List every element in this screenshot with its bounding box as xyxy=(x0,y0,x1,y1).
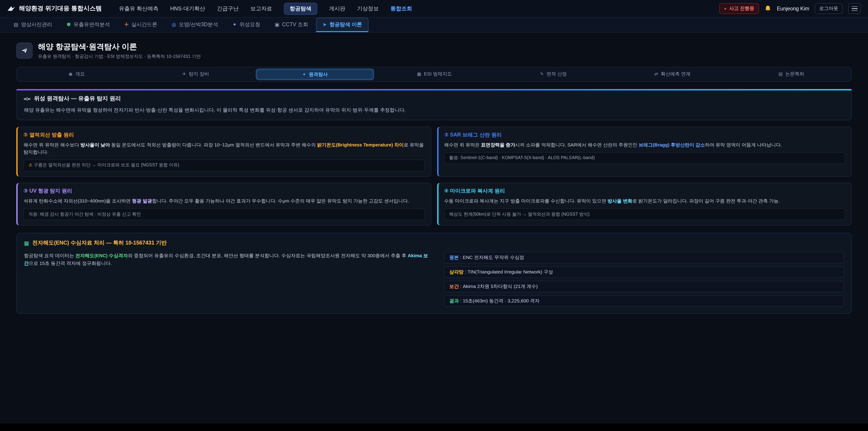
pill-label: 면적 산정 xyxy=(547,71,567,77)
tab-label: 실시간드론 xyxy=(131,21,157,28)
enc-row-text: : 15초(463m) 등간격 · 3,225,600 격자 xyxy=(459,298,539,303)
card-title: ④ 마이크로파 복사계 원리 xyxy=(444,188,845,194)
enc-process-list: 원본 : ENC 전자해도 무작위 수심점 삼각망 : TIN(Triangul… xyxy=(444,252,844,307)
enc-row-label: 결과 xyxy=(450,298,459,303)
bottom-black-strip xyxy=(0,423,868,431)
card-sar-bragg: ② SAR 브래그 산란 원리 해수면 위 유막은 표면장력을 증가시켜 소파를… xyxy=(437,126,852,177)
pill-label: 논문특허 xyxy=(785,71,804,77)
principle-cards-grid: ① 열적외선 방출 원리 해수면 위 유막은 해수보다 방사율이 낮아 동일 온… xyxy=(16,126,852,225)
document-icon: ▤ xyxy=(778,71,782,76)
card-body: 석유계 탄화수소에 자외선(310~400nm)을 조사하면 형광 발광합니다.… xyxy=(24,197,425,205)
tab-satellite-request[interactable]: ✦ 위성요청 xyxy=(226,18,267,32)
tab-realtime-drone[interactable]: ✛ 실시간드론 xyxy=(118,18,163,32)
enc-row-text: : ENC 전자해도 무작위 수심점 xyxy=(459,254,524,260)
pill-label: 확산예측 연계 xyxy=(661,71,690,77)
tab-image-photo-mgmt[interactable]: ▤ 영상사진관리 xyxy=(7,18,59,32)
card-note: 적용: 해경 감시 항공기 야간 탐색 · 비정상 유출 신고 확인 xyxy=(24,208,425,220)
pill-diffusion-link[interactable]: ⇄ 확산예측 연계 xyxy=(614,69,731,79)
remote-sensing-intro-panel: 위성 원격탐사 — 유출유 탐지 원리 해양 유출유는 해수면에 유막을 형성하… xyxy=(16,89,852,120)
page-header: 해양 항공탐색·원격탐사 이론 유출유 원격탐지 · 항공감시 기법 · ESI… xyxy=(16,41,852,60)
menu-item-integrated-search[interactable]: 통합조회 xyxy=(391,5,412,12)
card-body: 수동 마이크로파 복사계는 지구 방출 마이크로파를 수신합니다. 유막이 있으… xyxy=(444,197,845,205)
card-title: ① 열적외선 방출 원리 xyxy=(24,131,425,138)
enc-row-text: : TIN(Triangulated Irregular Network) 구성 xyxy=(464,269,553,274)
card-note: 해상도 한계(50km)로 단독 사용 불가 → 열적외선과 융합 (NGSST… xyxy=(444,208,845,220)
nav-right-cluster: ● 사고 진행중 Eunjeong Kim 로그아웃 xyxy=(719,3,861,14)
app-root: 해양환경 위기대응 통합시스템 유출유 확산예측 HNS·대기확산 긴급구난 보… xyxy=(0,0,868,431)
cctv-icon: ▣ xyxy=(275,22,279,27)
enc-row-text: : Akima 2차원 5차다항식 (21개 계수) xyxy=(459,283,538,289)
menu-item-emergency-rescue[interactable]: 긴급구난 xyxy=(217,5,239,12)
section-pill-nav: ◉ 개요 ✈ 탐지 장비 ✦ 원격탐사 ▦ ESI 방제지도 ✎ 면적 산정 ⇄… xyxy=(16,67,852,82)
card-uv-fluorescence: ③ UV 형광 탐지 원리 석유계 탄화수소에 자외선(310~400nm)을 … xyxy=(16,183,431,225)
enc-row-source: 원본 : ENC 전자해도 무작위 수심점 xyxy=(444,252,844,264)
card-title: ③ UV 형광 탐지 원리 xyxy=(24,188,425,194)
drone-icon: ✛ xyxy=(124,22,128,27)
pill-label: 탐지 장비 xyxy=(189,71,209,77)
card-body: 해수면 위 유막은 해수보다 방사율이 낮아 동일 온도에서도 적외선 방출량이… xyxy=(24,141,425,156)
menu-item-board[interactable]: 게시판 xyxy=(329,5,345,12)
page-title: 해양 항공탐색·원격탐사 이론 xyxy=(38,41,201,52)
incident-status-label: 사고 진행중 xyxy=(729,5,754,12)
card-body: 해수면 위 유막은 표면장력을 증가시켜 소파를 억제합니다. SAR에서 해수… xyxy=(444,141,845,149)
pill-label: ESI 방제지도 xyxy=(424,71,452,77)
user-name: Eunjeong Kim xyxy=(777,6,809,11)
eye-icon: ◉ xyxy=(68,71,72,76)
card-title: ② SAR 브래그 산란 원리 xyxy=(444,131,845,138)
top-navigation: 해양환경 위기대응 통합시스템 유출유 확산예측 HNS·대기확산 긴급구난 보… xyxy=(0,0,868,18)
menu-item-weather[interactable]: 기상정보 xyxy=(357,5,379,12)
tab-label: CCTV 조회 xyxy=(282,21,308,28)
images-icon: ▤ xyxy=(13,22,18,27)
tab-cctv-view[interactable]: ▣ CCTV 조회 xyxy=(268,18,314,32)
enc-row-label: 원본 xyxy=(450,254,459,260)
brand-title: 해양환경 위기대응 통합시스템 xyxy=(19,4,102,13)
enc-row-result: 결과 : 15초(463m) 등간격 · 3,225,600 격자 xyxy=(444,295,844,307)
tab-label: 항공탐색 이론 xyxy=(329,21,362,28)
pill-esi-map[interactable]: ▦ ESI 방제지도 xyxy=(376,69,493,79)
enc-content: 항공탐색 표적 데이터는 전자해도(ENC) 수심격자와 중첩되어 유출유의 수… xyxy=(24,252,844,307)
pill-detection-equipment[interactable]: ✈ 탐지 장비 xyxy=(137,69,254,79)
satellite-icon: ✦ xyxy=(302,72,306,77)
enc-row-interpolation: 보간 : Akima 2차원 5차다항식 (21개 계수) xyxy=(444,281,844,293)
pill-label: 개요 xyxy=(75,71,85,77)
enc-title: 전자해도(ENC) 수심자료 처리 — 특허 10-1567431 기반 xyxy=(32,239,167,247)
main-content: 해양 항공탐색·원격탐사 이론 유출유 원격탐지 · 항공감시 기법 · ESI… xyxy=(0,41,868,327)
enc-description: 항공탐색 표적 데이터는 전자해도(ENC) 수심격자와 중첩되어 유출유의 수… xyxy=(24,252,432,267)
pill-area-calculation[interactable]: ✎ 면적 산정 xyxy=(495,69,612,79)
incident-status-badge: ● 사고 진행중 xyxy=(719,3,759,14)
card-thermal-infrared: ① 열적외선 방출 원리 해수면 위 유막은 해수보다 방사율이 낮아 동일 온… xyxy=(16,126,431,177)
menu-item-spill-prediction[interactable]: 유출유 확산예측 xyxy=(119,5,158,12)
pill-remote-sensing[interactable]: ✦ 원격탐사 xyxy=(256,69,374,80)
logout-button[interactable]: 로그아웃 xyxy=(815,3,843,14)
satellite-icon: ✦ xyxy=(232,22,237,27)
menu-item-aerial-search[interactable]: 항공탐색 xyxy=(284,2,317,15)
intro-description: 해양 유출유는 해수면에 유막을 형성하여 전자기파 반사·방출·산란 특성을 … xyxy=(24,106,844,114)
tab-pollution-ship-3d[interactable]: ◎ 오염/선박3D분석 xyxy=(165,18,224,32)
enc-row-label: 삼각망 xyxy=(450,269,464,274)
sub-tabbar: ▤ 영상사진관리 ✽ 유출유면적분석 ✛ 실시간드론 ◎ 오염/선박3D분석 ✦… xyxy=(0,18,868,33)
page-subtitle: 유출유 원격탐지 · 항공감시 기법 · ESI 방제정보지도 · 등록특허 1… xyxy=(38,53,201,60)
pill-papers-patents[interactable]: ▤ 논문특허 xyxy=(733,69,850,79)
satellite-icon xyxy=(24,96,30,102)
paper-plane-icon: ➤ xyxy=(322,22,327,27)
tab-label: 오염/선박3D분석 xyxy=(179,21,218,28)
card-note: 활용: Sentinel-1(C-band) · KOMPSAT-5(X-ban… xyxy=(444,152,845,164)
tab-label: 유출유면적분석 xyxy=(73,21,110,28)
tab-aerial-search-theory[interactable]: ➤ 항공탐색 이론 xyxy=(316,18,368,32)
main-menu: 유출유 확산예측 HNS·대기확산 긴급구난 보고자료 항공탐색 게시판 기상정… xyxy=(119,2,719,15)
menu-item-hns-atmos[interactable]: HNS·대기확산 xyxy=(170,5,205,12)
chart-grid-icon: ▦ xyxy=(24,240,29,246)
enc-title-row: ▦ 전자해도(ENC) 수심자료 처리 — 특허 10-1567431 기반 xyxy=(24,239,844,247)
page-title-block: 해양 항공탐색·원격탐사 이론 유출유 원격탐지 · 항공감시 기법 · ESI… xyxy=(38,41,201,60)
pill-overview[interactable]: ◉ 개요 xyxy=(18,69,135,79)
link-arrows-icon: ⇄ xyxy=(654,71,658,76)
wing-logo-icon xyxy=(7,5,16,12)
tab-label: 영상사진관리 xyxy=(21,21,52,28)
pencil-icon: ✎ xyxy=(540,71,544,76)
card-note: ⚠ 구름은 열적외선을 완전 차단 → 마이크로파 보조 필요 (NGSST 융… xyxy=(24,160,425,171)
menu-item-reports[interactable]: 보고자료 xyxy=(250,5,272,12)
notification-bell-icon[interactable] xyxy=(765,5,772,12)
tab-oil-area-analysis[interactable]: ✽ 유출유면적분석 xyxy=(60,18,116,32)
intro-title-row: 위성 원격탐사 — 유출유 탐지 원리 xyxy=(24,95,844,102)
hamburger-menu-icon[interactable] xyxy=(848,3,861,14)
